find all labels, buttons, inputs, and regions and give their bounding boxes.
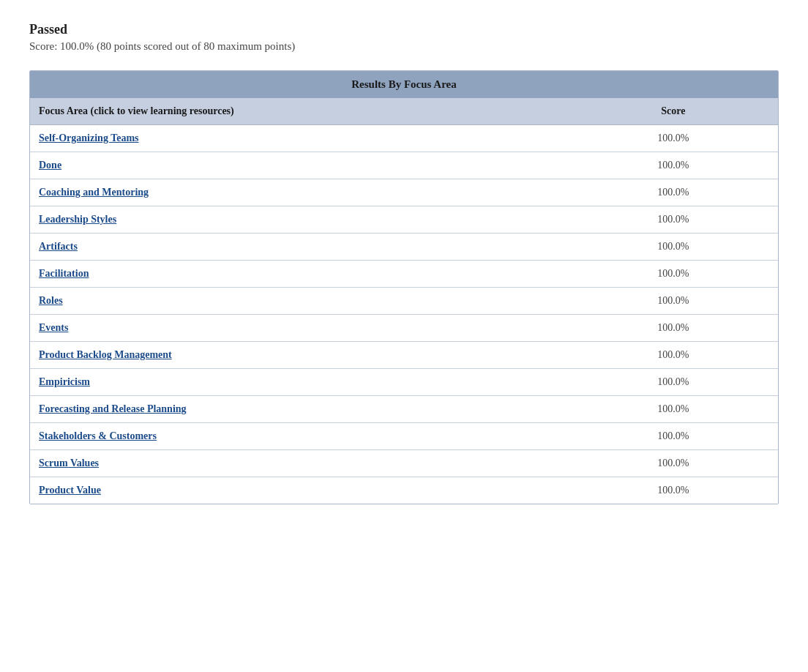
focus-area-cell: Empiricism [30, 369, 569, 396]
result-status: Passed [29, 22, 779, 37]
focus-area-cell: Coaching and Mentoring [30, 179, 569, 206]
score-cell: 100.0% [569, 342, 778, 369]
score-cell: 100.0% [569, 423, 778, 450]
focus-area-cell: Stakeholders & Customers [30, 423, 569, 450]
table-row: Scrum Values100.0% [30, 450, 778, 477]
table-row: Coaching and Mentoring100.0% [30, 179, 778, 206]
results-table-wrapper: Results By Focus Area Focus Area (click … [29, 70, 779, 504]
focus-area-cell: Self-Organizing Teams [30, 125, 569, 152]
table-row: Roles100.0% [30, 288, 778, 315]
table-row: Facilitation100.0% [30, 261, 778, 288]
score-cell: 100.0% [569, 125, 778, 152]
focus-area-link[interactable]: Leadership Styles [39, 214, 116, 225]
score-cell: 100.0% [569, 477, 778, 504]
score-cell: 100.0% [569, 288, 778, 315]
focus-area-link[interactable]: Facilitation [39, 268, 89, 279]
focus-area-link[interactable]: Empiricism [39, 376, 90, 387]
table-header-row: Focus Area (click to view learning resou… [30, 98, 778, 125]
focus-area-link[interactable]: Done [39, 160, 61, 171]
col-header-focus-area: Focus Area (click to view learning resou… [30, 98, 569, 125]
col-header-score: Score [569, 98, 778, 125]
focus-area-link[interactable]: Forecasting and Release Planning [39, 403, 187, 414]
focus-area-link[interactable]: Scrum Values [39, 458, 99, 468]
table-row: Leadership Styles100.0% [30, 206, 778, 234]
focus-area-cell: Scrum Values [30, 450, 569, 477]
focus-area-cell: Artifacts [30, 234, 569, 261]
focus-area-cell: Forecasting and Release Planning [30, 396, 569, 423]
table-title-row: Results By Focus Area [30, 71, 778, 98]
focus-area-link[interactable]: Product Backlog Management [39, 349, 172, 360]
table-row: Done100.0% [30, 152, 778, 179]
results-table: Results By Focus Area Focus Area (click … [30, 71, 778, 504]
focus-area-cell: Leadership Styles [30, 206, 569, 234]
score-cell: 100.0% [569, 152, 778, 179]
focus-area-link[interactable]: Stakeholders & Customers [39, 430, 157, 441]
result-header: Passed Score: 100.0% (80 points scored o… [29, 22, 779, 53]
table-row: Product Backlog Management100.0% [30, 342, 778, 369]
table-body: Self-Organizing Teams100.0%Done100.0%Coa… [30, 125, 778, 504]
table-row: Self-Organizing Teams100.0% [30, 125, 778, 152]
focus-area-cell: Product Value [30, 477, 569, 504]
score-cell: 100.0% [569, 234, 778, 261]
focus-area-link[interactable]: Self-Organizing Teams [39, 132, 139, 143]
focus-area-cell: Done [30, 152, 569, 179]
focus-area-link[interactable]: Roles [39, 295, 63, 306]
result-score: Score: 100.0% (80 points scored out of 8… [29, 40, 779, 53]
focus-area-cell: Events [30, 315, 569, 342]
score-cell: 100.0% [569, 261, 778, 288]
table-row: Empiricism100.0% [30, 369, 778, 396]
table-row: Product Value100.0% [30, 477, 778, 504]
focus-area-cell: Facilitation [30, 261, 569, 288]
score-cell: 100.0% [569, 396, 778, 423]
focus-area-link[interactable]: Artifacts [39, 241, 78, 252]
focus-area-cell: Roles [30, 288, 569, 315]
focus-area-link[interactable]: Coaching and Mentoring [39, 187, 149, 198]
table-row: Artifacts100.0% [30, 234, 778, 261]
score-cell: 100.0% [569, 315, 778, 342]
focus-area-cell: Product Backlog Management [30, 342, 569, 369]
table-title: Results By Focus Area [30, 71, 778, 98]
table-row: Events100.0% [30, 315, 778, 342]
focus-area-link[interactable]: Events [39, 322, 68, 333]
score-cell: 100.0% [569, 206, 778, 234]
score-cell: 100.0% [569, 450, 778, 477]
focus-area-link[interactable]: Product Value [39, 485, 101, 496]
table-row: Forecasting and Release Planning100.0% [30, 396, 778, 423]
score-cell: 100.0% [569, 179, 778, 206]
table-row: Stakeholders & Customers100.0% [30, 423, 778, 450]
score-cell: 100.0% [569, 369, 778, 396]
